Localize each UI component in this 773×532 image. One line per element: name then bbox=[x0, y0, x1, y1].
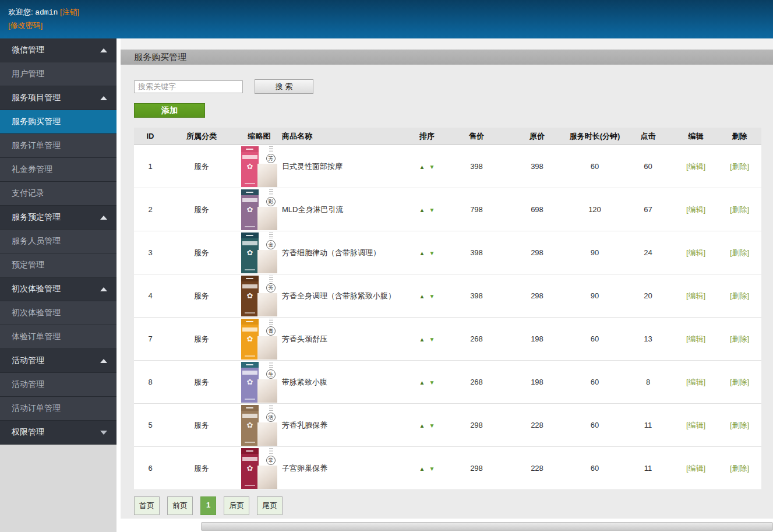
sort-up-icon[interactable]: ▲ bbox=[419, 207, 425, 213]
row-id: 3 bbox=[134, 248, 167, 257]
sidebar-item[interactable]: 微信管理 bbox=[0, 38, 117, 62]
thumb-stamp-icon: 活 bbox=[266, 413, 276, 422]
thumb-vertical-text bbox=[269, 146, 273, 153]
delete-link[interactable]: [删除] bbox=[730, 162, 749, 171]
delete-link[interactable]: [删除] bbox=[730, 464, 749, 473]
horizontal-scrollbar[interactable] bbox=[201, 522, 773, 531]
column-header: 所属分类 bbox=[167, 131, 237, 142]
thumb-footer-mark bbox=[245, 312, 255, 313]
sort-up-icon[interactable]: ▲ bbox=[419, 336, 425, 343]
add-button[interactable]: 添加 bbox=[134, 103, 205, 118]
column-header: 商品名称 bbox=[282, 131, 408, 142]
pagination-current-page[interactable]: 1 bbox=[200, 496, 216, 515]
thumb-product-box: ✿ bbox=[241, 189, 259, 230]
thumb-photo bbox=[257, 466, 277, 489]
sort-down-icon[interactable]: ▼ bbox=[429, 336, 435, 343]
table-body: 1服务✿芳日式灵性面部按摩▲▼3983986060[编辑][删除]2服务✿彩ML… bbox=[134, 145, 761, 490]
thumbnail-cell: ✿活 bbox=[237, 405, 282, 446]
logout-link[interactable]: [注销] bbox=[60, 8, 79, 16]
edit-link[interactable]: [编辑] bbox=[686, 291, 705, 300]
edit-cell: [编辑] bbox=[674, 334, 718, 344]
sort-down-icon[interactable]: ▼ bbox=[429, 466, 435, 472]
sort-down-icon[interactable]: ▼ bbox=[429, 207, 435, 213]
delete-link[interactable]: [删除] bbox=[730, 334, 749, 343]
sort-cell: ▲▼ bbox=[408, 421, 446, 429]
delete-link[interactable]: [删除] bbox=[730, 378, 749, 386]
sidebar-item-selected[interactable]: 服务购买管理 bbox=[0, 110, 117, 134]
change-password-link[interactable]: [修改密码] bbox=[8, 21, 43, 30]
sidebar-item[interactable]: 体验订单管理 bbox=[0, 325, 117, 349]
sort-up-icon[interactable]: ▲ bbox=[419, 164, 425, 170]
sort-down-icon[interactable]: ▼ bbox=[429, 422, 435, 429]
chevron-up-icon bbox=[100, 96, 107, 100]
delete-link[interactable]: [删除] bbox=[730, 291, 749, 300]
sort-up-icon[interactable]: ▲ bbox=[419, 250, 425, 256]
edit-link[interactable]: [编辑] bbox=[686, 378, 705, 386]
sidebar-item[interactable]: 权限管理 bbox=[0, 421, 117, 445]
sidebar-item[interactable]: 服务项目管理 bbox=[0, 86, 117, 110]
thumbnail-cell: ✿常 bbox=[237, 448, 282, 489]
delete-cell: [删除] bbox=[718, 463, 761, 474]
row-product-name: 芳香头颈舒压 bbox=[282, 334, 408, 344]
edit-link[interactable]: [编辑] bbox=[686, 248, 705, 257]
thumb-product-box: ✿ bbox=[241, 362, 259, 403]
sidebar-item[interactable]: 用户管理 bbox=[0, 62, 117, 86]
sort-up-icon[interactable]: ▲ bbox=[419, 379, 425, 386]
delete-link[interactable]: [删除] bbox=[730, 421, 749, 429]
sort-down-icon[interactable]: ▼ bbox=[429, 164, 435, 170]
sidebar-item[interactable]: 服务订单管理 bbox=[0, 134, 117, 158]
edit-link[interactable]: [编辑] bbox=[686, 464, 705, 473]
sidebar-item-label: 初次体验管理 bbox=[12, 284, 100, 294]
sidebar-item[interactable]: 活动管理 bbox=[0, 349, 117, 373]
row-price: 268 bbox=[446, 378, 507, 386]
sort-down-icon[interactable]: ▼ bbox=[429, 293, 435, 300]
sidebar-item-label: 服务预定管理 bbox=[12, 212, 100, 223]
delete-cell: [删除] bbox=[718, 161, 761, 172]
edit-link[interactable]: [编辑] bbox=[686, 162, 705, 171]
row-id: 7 bbox=[134, 334, 167, 343]
row-original-price: 228 bbox=[507, 421, 567, 429]
sort-up-icon[interactable]: ▲ bbox=[419, 293, 425, 300]
sidebar-item[interactable]: 初次体验管理 bbox=[0, 301, 117, 325]
sort-cell: ▲▼ bbox=[408, 291, 446, 300]
sidebar-item[interactable]: 活动管理 bbox=[0, 373, 117, 397]
search-input[interactable] bbox=[134, 80, 243, 93]
row-duration: 60 bbox=[567, 162, 622, 171]
pagination-button[interactable]: 首页 bbox=[134, 496, 160, 515]
search-button[interactable]: 搜 索 bbox=[255, 79, 313, 94]
chevron-up-icon bbox=[100, 216, 107, 220]
sidebar-item[interactable]: 预定管理 bbox=[0, 253, 117, 277]
pagination-button[interactable]: 前页 bbox=[167, 496, 193, 515]
row-clicks: 20 bbox=[622, 291, 674, 300]
thumb-stamp-icon: 芳 bbox=[266, 283, 276, 293]
row-category: 服务 bbox=[167, 420, 237, 431]
pagination-button[interactable]: 后页 bbox=[224, 496, 249, 515]
sort-down-icon[interactable]: ▼ bbox=[429, 250, 435, 256]
sort-up-icon[interactable]: ▲ bbox=[419, 422, 425, 429]
sidebar-item[interactable]: 支付记录 bbox=[0, 182, 117, 206]
sidebar-item[interactable]: 服务预定管理 bbox=[0, 206, 117, 230]
pagination-button[interactable]: 尾页 bbox=[257, 496, 283, 515]
thumb-vertical-text bbox=[269, 405, 273, 411]
sidebar-item[interactable]: 服务人员管理 bbox=[0, 230, 117, 253]
thumb-product-box: ✿ bbox=[241, 276, 259, 316]
row-clicks: 8 bbox=[622, 378, 674, 386]
edit-link[interactable]: [编辑] bbox=[686, 421, 705, 429]
edit-link[interactable]: [编辑] bbox=[686, 205, 705, 214]
welcome-text: 欢迎您: bbox=[8, 8, 33, 16]
edit-link[interactable]: [编辑] bbox=[686, 334, 705, 343]
page-title: 服务购买管理 bbox=[134, 52, 186, 63]
delete-link[interactable]: [删除] bbox=[730, 205, 749, 214]
sidebar-item[interactable]: 初次体验管理 bbox=[0, 277, 117, 301]
thumb-product-box: ✿ bbox=[241, 319, 259, 360]
delete-link[interactable]: [删除] bbox=[730, 248, 749, 257]
column-header: 服务时长(分钟) bbox=[567, 131, 622, 142]
thumb-footer-mark bbox=[245, 269, 255, 270]
sidebar-item[interactable]: 活动订单管理 bbox=[0, 397, 117, 421]
row-product-name: 芳香乳腺保养 bbox=[282, 420, 408, 431]
sort-down-icon[interactable]: ▼ bbox=[429, 379, 435, 386]
sidebar-item[interactable]: 礼金券管理 bbox=[0, 158, 117, 182]
row-original-price: 198 bbox=[507, 378, 567, 386]
sort-up-icon[interactable]: ▲ bbox=[419, 466, 425, 472]
table-row: 5服务✿活芳香乳腺保养▲▼2982286011[编辑][删除] bbox=[134, 404, 761, 447]
